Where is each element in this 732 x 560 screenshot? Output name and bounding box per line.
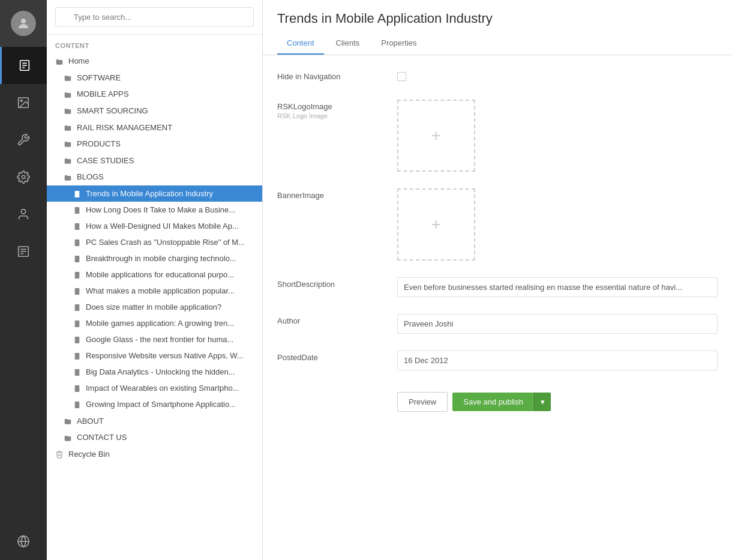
short-desc-row: ShortDescription xyxy=(277,277,718,297)
nav-settings-icon[interactable] xyxy=(0,121,47,158)
nav-config-icon[interactable] xyxy=(0,158,47,196)
tree-item-growing-impact[interactable]: Growing Impact of Smartphone Applicatio.… xyxy=(47,396,262,412)
posted-date-value xyxy=(397,351,718,370)
search-wrap xyxy=(55,7,254,27)
main-content: Trends in Mobile Application Industry Co… xyxy=(263,0,732,560)
hide-in-nav-checkbox[interactable] xyxy=(397,72,406,81)
hide-in-nav-row: Hide in Navigation xyxy=(277,70,718,83)
tree-item-label: Impact of Wearables on existing Smartpho… xyxy=(86,384,239,393)
tree-item-label: What makes a mobile application popular.… xyxy=(86,286,235,295)
tree-item-about[interactable]: ABOUT xyxy=(47,412,262,429)
svg-point-7 xyxy=(22,175,25,179)
folder-icon xyxy=(64,106,72,116)
folder-icon xyxy=(64,122,72,132)
tree-item-case-studies[interactable]: CASE STUDIES xyxy=(47,152,262,169)
folder-icon xyxy=(64,172,72,182)
tree-item-label: Breakthrough in mobile charging technolo… xyxy=(86,254,236,263)
page-icon xyxy=(73,254,81,263)
tree-item-trends[interactable]: Trends in Mobile Application Industry xyxy=(47,185,262,202)
tree-item-label: CONTACT US xyxy=(77,433,127,442)
rsk-logo-row: RSKLogoImage RSK Logo Image + xyxy=(277,100,718,172)
svg-rect-24 xyxy=(75,304,80,311)
tree-item-products[interactable]: PRODUCTS xyxy=(47,136,262,152)
tree-item-blogs[interactable]: BLOGS xyxy=(47,169,262,185)
svg-point-6 xyxy=(20,100,22,101)
nav-globe-icon[interactable] xyxy=(0,523,47,560)
tree-item-impact-wearables[interactable]: Impact of Wearables on existing Smartpho… xyxy=(47,380,262,396)
page-icon xyxy=(73,221,81,230)
svg-rect-19 xyxy=(75,223,80,230)
hide-in-nav-value xyxy=(397,70,718,83)
nav-users-icon[interactable] xyxy=(0,196,47,233)
posted-date-input[interactable] xyxy=(397,351,718,370)
svg-rect-17 xyxy=(75,191,80,197)
upload-plus-icon: + xyxy=(431,126,441,145)
author-input[interactable] xyxy=(397,314,718,334)
rsk-logo-upload-box[interactable]: + xyxy=(397,100,475,172)
tree-item-label: Trends in Mobile Application Industry xyxy=(86,189,213,198)
page-icon xyxy=(73,400,81,409)
search-input[interactable] xyxy=(55,7,254,27)
tree-item-label: CASE STUDIES xyxy=(77,156,134,165)
tree-item-label: Google Glass - the next frontier for hum… xyxy=(86,335,233,344)
tree-item-label: Big Data Analytics - Unlocking the hidde… xyxy=(86,367,235,376)
tree-item-label: PRODUCTS xyxy=(77,139,121,148)
tree-item-what-makes[interactable]: What makes a mobile application popular.… xyxy=(47,283,262,299)
tree-item-mobile-apps[interactable]: MOBILE APPS xyxy=(47,86,262,103)
tree-item-recycle-bin[interactable]: Recycle Bin xyxy=(47,446,262,463)
tab-content[interactable]: Content xyxy=(277,32,324,55)
icon-bar xyxy=(0,0,47,560)
tree-item-software[interactable]: SOFTWARE xyxy=(47,70,262,86)
tree-item-big-data[interactable]: Big Data Analytics - Unlocking the hidde… xyxy=(47,364,262,380)
page-icon xyxy=(73,319,81,328)
tree-item-smart-sourcing[interactable]: SMART SOURCING xyxy=(47,103,262,119)
short-desc-input[interactable] xyxy=(397,277,718,297)
page-title: Trends in Mobile Application Industry xyxy=(263,0,732,26)
icon-bar-bottom xyxy=(0,523,47,560)
tree-item-mobile-games[interactable]: Mobile games application: A growing tren… xyxy=(47,315,262,331)
page-icon xyxy=(73,367,81,376)
form-area: Hide in Navigation RSKLogoImage RSK Logo… xyxy=(263,55,732,560)
tree-item-label: BLOGS xyxy=(77,172,104,181)
banner-image-upload-box[interactable]: + xyxy=(397,188,475,260)
tree-item-pc-sales[interactable]: PC Sales Crash as "Unstoppable Rise" of … xyxy=(47,234,262,250)
tree-item-mobile-edu[interactable]: Mobile applications for educational purp… xyxy=(47,266,262,283)
dropdown-arrow-icon: ▾ xyxy=(541,397,545,406)
nav-content-icon[interactable] xyxy=(0,47,47,84)
rsk-logo-label: RSKLogoImage RSK Logo Image xyxy=(277,100,397,119)
tree-item-contact-us[interactable]: CONTACT US xyxy=(47,429,262,446)
svg-rect-27 xyxy=(75,353,80,360)
svg-point-8 xyxy=(21,209,25,214)
nav-forms-icon[interactable] xyxy=(0,233,47,270)
nav-media-icon[interactable] xyxy=(0,84,47,121)
author-row: Author xyxy=(277,314,718,334)
sidebar: CONTENT Home SOFTWARE MOBILE APPS SMART … xyxy=(47,0,263,560)
preview-button[interactable]: Preview xyxy=(397,392,448,412)
save-publish-button[interactable]: Save and publish xyxy=(452,393,534,411)
avatar xyxy=(11,11,36,36)
tree-item-responsive[interactable]: Responsive Website versus Native Apps, W… xyxy=(47,348,262,364)
hide-in-nav-label: Hide in Navigation xyxy=(277,70,397,81)
tree-item-label: Growing Impact of Smartphone Applicatio.… xyxy=(86,400,236,409)
tree-item-how-long[interactable]: How Long Does It Take to Make a Busine..… xyxy=(47,202,262,218)
tab-properties[interactable]: Properties xyxy=(371,32,426,55)
save-publish-dropdown-button[interactable]: ▾ xyxy=(534,393,551,411)
tree-item-rail-risk[interactable]: RAIL RISK MANAGEMENT xyxy=(47,119,262,136)
folder-icon xyxy=(64,73,72,83)
tab-clients[interactable]: Clients xyxy=(326,32,370,55)
tree-item-google-glass[interactable]: Google Glass - the next frontier for hum… xyxy=(47,331,262,348)
author-value xyxy=(397,314,718,334)
folder-icon xyxy=(55,56,64,66)
folder-icon xyxy=(64,433,72,442)
tree-item-label: How a Well-Designed UI Makes Mobile Ap..… xyxy=(86,221,239,230)
tree-item-well-designed[interactable]: How a Well-Designed UI Makes Mobile Ap..… xyxy=(47,218,262,234)
svg-rect-28 xyxy=(75,369,80,376)
svg-rect-18 xyxy=(75,207,80,214)
svg-rect-21 xyxy=(75,256,80,262)
tree-item-breakthrough[interactable]: Breakthrough in mobile charging technolo… xyxy=(47,250,262,266)
folder-icon xyxy=(64,89,72,99)
tree-item-does-size[interactable]: Does size matter in mobile application? xyxy=(47,299,262,315)
tree-item-home[interactable]: Home xyxy=(47,53,262,70)
action-buttons: Preview Save and publish ▾ xyxy=(397,392,718,412)
banner-image-row: BannerImage + xyxy=(277,188,718,260)
